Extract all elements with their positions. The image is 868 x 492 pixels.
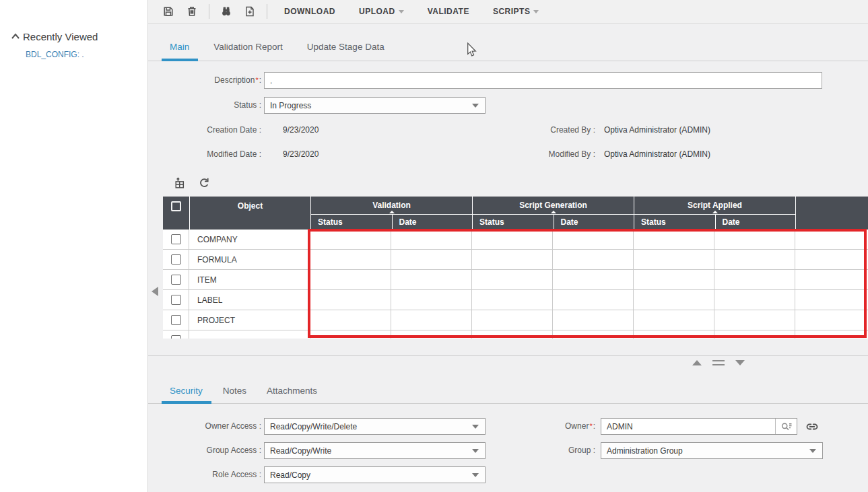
validation-status-cell[interactable]	[310, 310, 391, 330]
column-script-applied-date[interactable]: Date	[715, 215, 796, 230]
description-row: Description*:	[148, 72, 868, 89]
new-document-icon[interactable]	[243, 5, 257, 18]
row-checkbox[interactable]	[171, 295, 181, 305]
row-checkbox[interactable]	[171, 275, 181, 285]
splitter-collapse-up-icon[interactable]	[692, 360, 702, 365]
column-validation-status[interactable]: Status	[311, 215, 392, 230]
recently-viewed-header[interactable]: Recently Viewed	[11, 31, 98, 42]
download-button[interactable]: DOWNLOAD	[277, 0, 342, 23]
row-checkbox[interactable]	[171, 335, 181, 339]
grid-header: Object Validation Status Date Script Gen…	[163, 197, 868, 230]
script-applied-status-cell[interactable]	[634, 310, 714, 330]
upload-button[interactable]: UPLOAD	[352, 0, 411, 23]
delete-icon[interactable]	[185, 5, 199, 18]
script-generation-status-cell[interactable]	[472, 230, 553, 249]
script-applied-date-cell[interactable]	[714, 230, 795, 249]
row-checkbox[interactable]	[171, 254, 181, 265]
script-generation-status-cell[interactable]	[472, 270, 553, 289]
find-icon[interactable]	[220, 5, 233, 18]
object-cell: COMPANY	[197, 235, 238, 244]
script-generation-date-cell[interactable]	[553, 250, 634, 269]
export-grid-icon[interactable]	[172, 176, 186, 190]
script-applied-date-cell[interactable]	[714, 250, 795, 269]
column-validation-date[interactable]: Date	[392, 215, 473, 230]
status-row: Status : In Progress	[148, 97, 868, 114]
column-object[interactable]: Object	[238, 201, 263, 211]
column-script-generation-status[interactable]: Status	[473, 215, 554, 230]
owner-access-value: Read/Copy/Write/Delete	[270, 422, 357, 431]
tab-security[interactable]: Security	[170, 386, 203, 403]
table-row[interactable]: COMPANY	[163, 230, 868, 250]
toolbar-separator	[267, 4, 267, 19]
script-generation-date-cell[interactable]	[553, 290, 634, 310]
script-applied-status-cell[interactable]	[634, 230, 714, 249]
validation-date-cell[interactable]	[391, 290, 472, 310]
role-access-select[interactable]: Read/Copy	[264, 466, 486, 483]
lookup-icon[interactable]	[775, 419, 797, 434]
required-marker: *	[589, 422, 592, 430]
main-area: DOWNLOAD UPLOAD VALIDATE SCRIPTS Main Va…	[148, 0, 868, 492]
tab-attachments[interactable]: Attachments	[267, 386, 317, 403]
tab-notes[interactable]: Notes	[223, 386, 246, 403]
group-label: Group	[568, 446, 591, 455]
tab-main[interactable]: Main	[170, 42, 189, 61]
save-icon[interactable]	[162, 5, 175, 18]
script-generation-date-cell[interactable]	[553, 230, 634, 249]
created-by-value: Optiva Administrator (ADMIN)	[604, 122, 710, 139]
tab-validation-report[interactable]: Validation Report	[213, 42, 283, 61]
status-select[interactable]: In Progress	[264, 97, 486, 114]
scripts-button[interactable]: SCRIPTS	[486, 0, 546, 23]
grid-toolbar	[172, 176, 211, 190]
script-applied-status-cell[interactable]	[634, 290, 714, 310]
group-value: Administration Group	[607, 446, 683, 456]
refresh-icon[interactable]	[197, 176, 211, 190]
column-script-applied-status[interactable]: Status	[634, 215, 715, 230]
sidebar-item-bdl-config[interactable]: BDL_CONFIG: .	[26, 50, 84, 59]
group-expand-icon	[712, 211, 718, 213]
owner-field[interactable]: ADMIN	[601, 418, 797, 435]
description-input[interactable]	[264, 72, 822, 89]
spacer-cell	[795, 250, 868, 269]
row-checkbox[interactable]	[171, 315, 181, 325]
validation-status-cell[interactable]	[310, 290, 391, 310]
validation-status-cell[interactable]	[310, 250, 391, 269]
validation-date-cell[interactable]	[391, 230, 472, 249]
script-applied-date-cell[interactable]	[714, 310, 795, 330]
script-generation-date-cell[interactable]	[553, 310, 634, 330]
creation-date-label: Creation Date	[207, 125, 257, 135]
script-applied-status-cell[interactable]	[634, 270, 714, 289]
toolbar: DOWNLOAD UPLOAD VALIDATE SCRIPTS	[148, 0, 868, 24]
chevron-up-icon[interactable]	[11, 31, 20, 42]
table-row-partial[interactable]	[163, 330, 868, 339]
table-row[interactable]: ITEM	[163, 270, 868, 290]
table-row[interactable]: PROJECT	[163, 310, 868, 330]
splitter-collapse-down-icon[interactable]	[735, 360, 745, 365]
validation-date-cell[interactable]	[391, 310, 472, 330]
script-generation-status-cell[interactable]	[472, 310, 553, 330]
tab-update-stage-data[interactable]: Update Stage Data	[307, 42, 385, 61]
script-applied-date-cell[interactable]	[714, 290, 795, 310]
group-select[interactable]: Administration Group	[601, 442, 823, 459]
script-generation-status-cell[interactable]	[472, 290, 553, 310]
validation-status-cell[interactable]	[310, 270, 391, 289]
script-generation-date-cell[interactable]	[553, 270, 634, 289]
select-all-checkbox[interactable]	[171, 201, 181, 211]
validate-button[interactable]: VALIDATE	[421, 0, 476, 23]
validation-status-cell[interactable]	[310, 230, 391, 249]
row-checkbox[interactable]	[171, 234, 181, 244]
link-icon[interactable]	[805, 418, 820, 435]
script-generation-status-cell[interactable]	[472, 250, 553, 269]
sidebar-collapse-icon[interactable]	[152, 287, 158, 296]
validation-date-cell[interactable]	[391, 250, 472, 269]
splitter-grip-icon[interactable]	[712, 360, 725, 365]
chevron-down-icon	[533, 10, 539, 13]
script-applied-date-cell[interactable]	[714, 270, 795, 289]
script-applied-status-cell[interactable]	[634, 250, 714, 269]
table-row[interactable]: FORMULA	[163, 250, 868, 270]
app-window: Recently Viewed BDL_CONFIG: .	[0, 0, 868, 492]
created-by-label: Created By	[550, 125, 591, 135]
modified-date-label: Modified Date	[207, 149, 257, 159]
table-row[interactable]: LABEL	[163, 290, 868, 310]
column-script-generation-date[interactable]: Date	[554, 215, 634, 230]
validation-date-cell[interactable]	[391, 270, 472, 289]
